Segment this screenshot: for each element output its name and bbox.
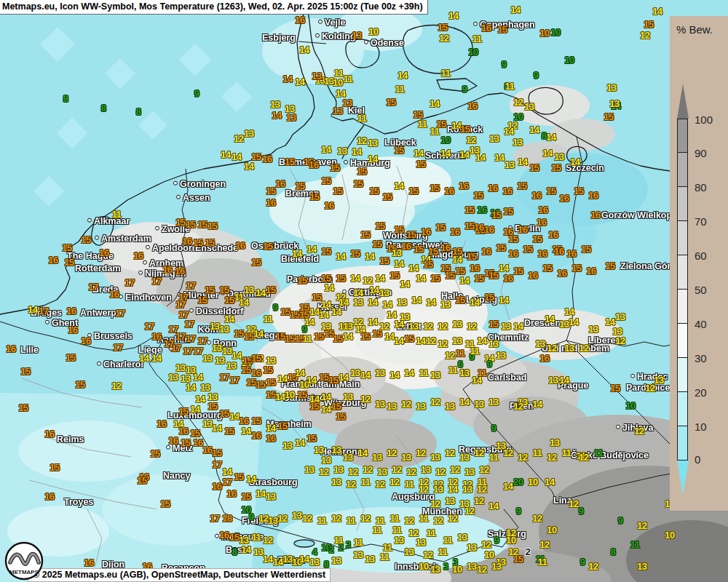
legend-segment: 80 xyxy=(677,187,688,221)
legend-tick: 100 xyxy=(695,113,713,126)
legend-arrow-down xyxy=(677,461,689,495)
attribution-bar: © 2025 Metmaps.eu (AGB), OpenStreetMap, … xyxy=(28,568,331,582)
legend-tick: 60 xyxy=(695,250,707,262)
legend-arrow-up xyxy=(677,84,689,119)
legend-tick: 40 xyxy=(695,318,707,330)
attribution-text: © 2025 Metmaps.eu (AGB), OpenStreetMap, … xyxy=(33,570,325,580)
legend-tick: 20 xyxy=(695,386,707,399)
legend-tick: 80 xyxy=(695,181,707,194)
logo-text: METMAPS xyxy=(9,569,39,575)
legend-tick: 10 xyxy=(695,420,707,433)
legend-segment: 90 xyxy=(677,153,688,187)
legend-segment: 40 xyxy=(677,324,688,358)
legend-segment: 100 xyxy=(677,426,688,461)
legend-tick: 50 xyxy=(695,284,707,296)
metmaps-logo: METMAPS xyxy=(4,541,44,581)
title-bar: Metmaps.eu, Icon WW-Symbol, Mos Temperat… xyxy=(0,0,428,15)
legend-tick: 30 xyxy=(695,352,707,364)
legend-segment: 100 xyxy=(677,119,688,153)
legend-tick: 0 xyxy=(695,453,700,466)
legend-segment: 60 xyxy=(677,255,688,290)
legend-tick: 70 xyxy=(695,215,707,228)
legend-title: % Bew. xyxy=(676,23,713,36)
legend-bar: 1009080706050403020100 xyxy=(677,84,688,495)
legend-tick: 90 xyxy=(695,147,707,159)
legend-segment: 30 xyxy=(677,358,688,392)
legend-segment: 70 xyxy=(677,221,688,255)
legend-segment: 50 xyxy=(677,290,688,324)
map-canvas[interactable] xyxy=(0,0,728,582)
weather-map-app: HorsensVejleKoldingEsbjergOdenseCopenhag… xyxy=(0,0,728,582)
map-title: Metmaps.eu, Icon WW-Symbol, Mos Temperat… xyxy=(2,1,423,12)
legend-segment: 20 xyxy=(677,392,688,426)
legend-panel: % Bew. 1009080706050403020100 xyxy=(670,16,728,511)
